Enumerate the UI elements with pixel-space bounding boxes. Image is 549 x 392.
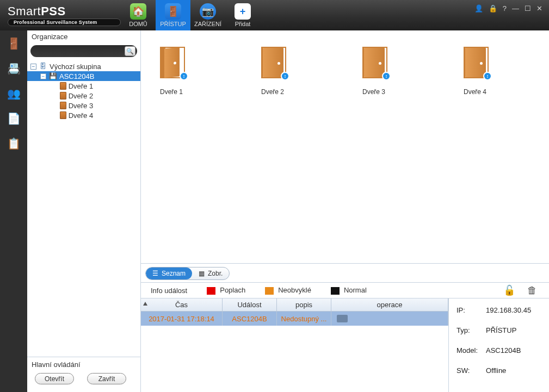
minimize-button[interactable]: — [512,4,519,13]
tree-door-3[interactable]: Dveře 3 [27,101,140,110]
sync-badge-icon: ↕ [180,72,188,80]
door-icon-view: ↕ Dveře 1 ↕ Dveře 2 ↕ Dveře 3 ↕ Dveře 4 [141,30,549,263]
swatch-black [331,287,340,295]
grid-header: Čas Událost popis operace [141,298,448,312]
org-footer: Hlavní ovládání Otevřít Zavřít [27,357,140,392]
rail-report-icon[interactable]: 📄 [6,111,21,126]
ip-key: IP: [457,306,486,314]
org-title: Organizace [27,30,140,43]
tree-door-1[interactable]: Dveře 1 [27,81,140,91]
sw-value: Offline [486,366,544,375]
nav-home[interactable]: 🏠 DOMŮ [121,0,156,30]
rail-card-icon[interactable]: 📇 [6,61,21,76]
left-rail: 🚪 📇 👥 📄 📋 [0,30,27,392]
tree-door-4[interactable]: Dveře 4 [27,110,140,120]
rail-door-icon[interactable]: 🚪 [6,36,21,51]
door-card-4[interactable]: ↕ Dveře 4 [464,47,489,96]
tree-door-2[interactable]: Dveře 2 [27,91,140,101]
collapse-icon[interactable]: − [30,64,36,70]
open-button[interactable]: Otevřít [35,373,74,384]
group-icon: 🗄 [39,63,47,70]
toggle-view-label: Zobr. [208,270,223,277]
model-key: Model: [457,346,486,354]
model-value: ASC1204B [486,346,544,354]
nav-devices[interactable]: 📷 ZAŘÍZENÍ [190,0,225,30]
view-toggle: ☰Seznam ▦Zobr. [145,267,230,280]
tree-device-label: ASC1204B [59,72,94,80]
lock-icon[interactable]: 🔒 [489,4,497,13]
org-search: 🔍 [30,45,137,57]
grid-row[interactable]: 2017-01-31 17:18:14 ASC1204B Nedostupný … [141,312,448,326]
legend-normal: Normal [344,286,367,294]
sw-key: SW: [457,366,486,375]
rail-user-icon[interactable]: 👥 [6,86,21,101]
brand-name-bold: PSS [41,4,66,18]
brand: SmartPSS Professional Surveillance Syste… [0,0,121,30]
type-key: Typ: [457,326,486,334]
door-card-3[interactable]: ↕ Dveře 3 [362,47,387,96]
help-icon[interactable]: ? [503,4,507,13]
unlock-icon[interactable]: 🔓 [503,284,515,296]
sync-badge-icon: ↕ [281,72,289,80]
maximize-button[interactable]: ☐ [525,4,531,13]
col-op[interactable]: operace [331,298,448,311]
bottom-panel: ☰Seznam ▦Zobr. Info událost Poplach Neob… [141,263,549,392]
content: ↕ Dveře 1 ↕ Dveře 2 ↕ Dveře 3 ↕ Dveře 4 [141,30,549,392]
device-icon: 💾 [48,72,57,80]
cell-op [331,312,448,326]
search-icon: 🔍 [126,48,134,55]
cell-desc: Nedostupný ... [277,312,331,326]
camera-icon: 📷 [200,3,216,20]
close-button[interactable]: ✕ [536,4,542,13]
list-icon: ☰ [152,270,158,277]
door-card-3-label: Dveře 3 [362,88,385,96]
door-small-icon [60,82,66,90]
org-search-input[interactable] [32,47,125,55]
tree-door-1-label: Dveře 1 [69,82,94,90]
tree-root[interactable]: − 🗄 Výchozí skupina [27,61,140,71]
swatch-orange [265,287,274,295]
toggle-list[interactable]: ☰Seznam [146,267,192,279]
legend-bar: Info událost Poplach Neobvyklé Normal 🔓 … [141,282,549,298]
brand-subtitle: Professional Surveillance System [8,18,121,26]
col-time[interactable]: Čas [141,298,223,311]
door-small-icon [60,92,66,99]
swatch-red [207,287,215,295]
collapse-icon[interactable]: − [40,73,46,79]
door-card-4-label: Dveře 4 [464,88,486,96]
toggle-view[interactable]: ▦Zobr. [192,267,229,279]
door-small-icon [60,111,66,119]
col-desc[interactable]: popis [277,298,331,311]
user-icon[interactable]: 👤 [474,4,483,13]
rail-log-icon[interactable]: 📋 [6,136,21,151]
sync-badge-icon: ↕ [382,72,391,80]
home-icon: 🏠 [130,3,146,20]
tree-door-3-label: Dveře 3 [69,102,94,110]
sort-asc-icon[interactable] [143,302,147,306]
door-card-1[interactable]: ↕ Dveře 1 [160,47,185,96]
door-small-icon [60,102,66,109]
nav-tabs: 🏠 DOMŮ 🚪 PŘÍSTUP 📷 ZAŘÍZENÍ + Přidat [121,0,260,30]
door-card-2[interactable]: ↕ Dveře 2 [261,47,286,96]
search-button[interactable]: 🔍 [125,46,135,56]
legend-alarm: Poplach [220,286,245,294]
door-card-2-label: Dveře 2 [261,88,284,96]
cell-time: 2017-01-31 17:18:14 [141,312,223,326]
col-event[interactable]: Událost [223,298,277,311]
nav-devices-label: ZAŘÍZENÍ [194,21,221,27]
window-controls: 👤 🔒 ? — ☐ ✕ [474,0,549,30]
trash-icon[interactable]: 🗑 [527,285,537,296]
brand-name-light: Smart [8,4,41,18]
nav-home-label: DOMŮ [129,21,147,27]
org-tree: − 🗄 Výchozí skupina − 💾 ASC1204B Dveře 1… [27,59,140,357]
nav-access[interactable]: 🚪 PŘÍSTUP [156,0,190,30]
tree-device[interactable]: − 💾 ASC1204B [27,71,140,81]
nav-add[interactable]: + Přidat [225,0,260,30]
close-door-button[interactable]: Zavřít [87,373,126,384]
tree-door-4-label: Dveře 4 [69,111,94,120]
plus-icon: + [235,3,251,20]
event-grid: Čas Událost popis operace 2017-01-31 17:… [141,298,448,392]
tree-root-label: Výchozí skupina [50,63,101,71]
main-control-label: Hlavní ovládání [32,360,136,369]
operation-icon[interactable] [337,315,348,322]
